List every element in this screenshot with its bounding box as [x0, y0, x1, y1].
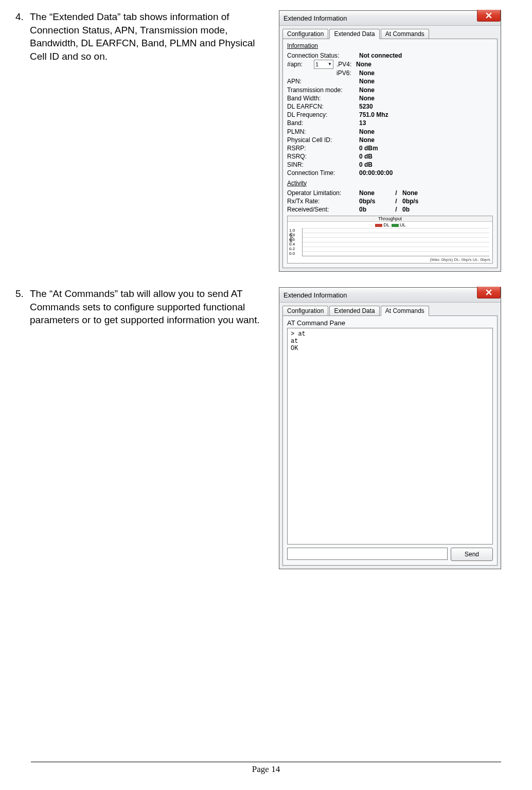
value-recv: 0b	[359, 205, 390, 214]
value-apn: None	[359, 77, 375, 85]
legend-ul: UL	[400, 222, 406, 227]
tab-at-commands[interactable]: At Commands	[381, 306, 429, 316]
value-band: 13	[359, 119, 366, 127]
legend-dl-swatch	[375, 224, 382, 227]
sep: /	[390, 205, 402, 214]
value-sinr: 0 dB	[359, 161, 373, 169]
at-pane-title: AT Command Pane	[287, 319, 493, 327]
send-button[interactable]: Send	[451, 548, 493, 561]
chart-legend: DL UL	[288, 222, 492, 228]
close-button[interactable]	[477, 287, 501, 299]
label-pv4: .PV4:	[336, 60, 356, 68]
value-conn-status: Not connected	[359, 51, 402, 60]
sep: /	[390, 189, 402, 197]
value-rsrq: 0 dB	[359, 152, 373, 161]
value-pv6: None	[359, 69, 375, 77]
label-op-limit: Operator Limitation:	[287, 189, 359, 197]
value-bandwidth: None	[359, 94, 375, 102]
legend-dl: DL	[383, 222, 389, 227]
tab-configuration[interactable]: Configuration	[282, 306, 328, 315]
label-rsrq: RSRQ:	[287, 152, 359, 161]
label-bandwidth: Band Width:	[287, 94, 359, 102]
label-dl-freq: DL Frequency:	[287, 111, 359, 119]
window-title: Extended Information	[283, 291, 347, 299]
label-pv6: iPV6:	[336, 69, 359, 77]
window-at-commands: Extended Information Configuration Exten…	[279, 287, 501, 569]
titlebar[interactable]: Extended Information	[279, 288, 501, 303]
value-tx-mode: None	[359, 86, 375, 94]
value-plmn: None	[359, 128, 375, 136]
legend-ul-swatch	[392, 224, 399, 227]
chart-title: Throughput	[288, 216, 492, 222]
chart-y-ticks: 1.0 0.8 0.6 0.4 0.2 0.0	[289, 228, 295, 256]
list-desc-4: The “Extended Data” tab shows informatio…	[30, 10, 279, 63]
at-output[interactable]: > at at OK	[287, 328, 493, 545]
tab-extended-data[interactable]: Extended Data	[329, 29, 379, 39]
value-tx: 0bp/s	[402, 197, 433, 205]
throughput-chart: Throughput DL UL kbp/s 1.0 0.8 0.6 0.4 0…	[287, 216, 493, 264]
value-dl-freq: 751.0 Mhz	[359, 111, 388, 119]
value-conn-time: 00:00:00:00	[359, 169, 393, 177]
at-input[interactable]	[287, 548, 448, 560]
label-apn: APN:	[287, 77, 359, 85]
label-earfcn: DL EARFCN:	[287, 102, 359, 111]
page-footer: Page 14	[31, 762, 501, 775]
close-button[interactable]	[477, 10, 501, 22]
value-earfcn: 5230	[359, 102, 373, 111]
titlebar[interactable]: Extended Information	[279, 11, 501, 26]
list-number-4: 4.	[15, 10, 30, 24]
value-sent: 0b	[402, 205, 433, 214]
value-rx: 0bp/s	[359, 197, 390, 205]
group-information: Information	[287, 42, 493, 49]
label-rsrp: RSRP:	[287, 144, 359, 152]
window-extended-data: Extended Information Configuration Exten…	[279, 10, 501, 272]
label-conn-time: Connection Time:	[287, 169, 359, 177]
value-op-b: None	[402, 189, 433, 197]
value-pv4: None	[356, 60, 371, 68]
close-icon	[486, 289, 492, 295]
value-op-a: None	[359, 189, 390, 197]
list-number-5: 5.	[15, 287, 30, 301]
label-band: Band:	[287, 119, 359, 127]
label-recv-sent: Received/Sent:	[287, 205, 359, 214]
label-rxtx: Rx/Tx Rate:	[287, 197, 359, 205]
label-apn-num: #apn:	[287, 60, 314, 68]
list-desc-5: The “At Commands” tab will allow you to …	[30, 287, 279, 327]
value-rsrp: 0 dBm	[359, 144, 378, 152]
tab-configuration[interactable]: Configuration	[282, 29, 328, 39]
label-conn-status: Connection Status:	[287, 51, 359, 60]
apn-select-value: 1	[315, 61, 318, 68]
label-sinr: SINR:	[287, 161, 359, 169]
value-pci: None	[359, 136, 375, 144]
chart-plot-area: 1.0 0.8 0.6 0.4 0.2 0.0	[302, 228, 489, 256]
label-tx-mode: Transmission mode:	[287, 86, 359, 94]
chevron-down-icon: ▼	[328, 62, 332, 67]
tab-extended-data[interactable]: Extended Data	[329, 306, 379, 315]
label-plmn: PLMN:	[287, 128, 359, 136]
chart-footer: (Max: 0bp/s) DL: 0bp/s UL: 0bp/s	[288, 257, 492, 263]
apn-select[interactable]: 1▼	[314, 60, 333, 69]
group-activity: Activity	[287, 180, 493, 187]
tab-at-commands[interactable]: At Commands	[381, 29, 429, 39]
sep: /	[390, 197, 402, 205]
close-icon	[486, 12, 492, 19]
label-pci: Physical Cell ID:	[287, 136, 359, 144]
window-title: Extended Information	[283, 14, 347, 22]
